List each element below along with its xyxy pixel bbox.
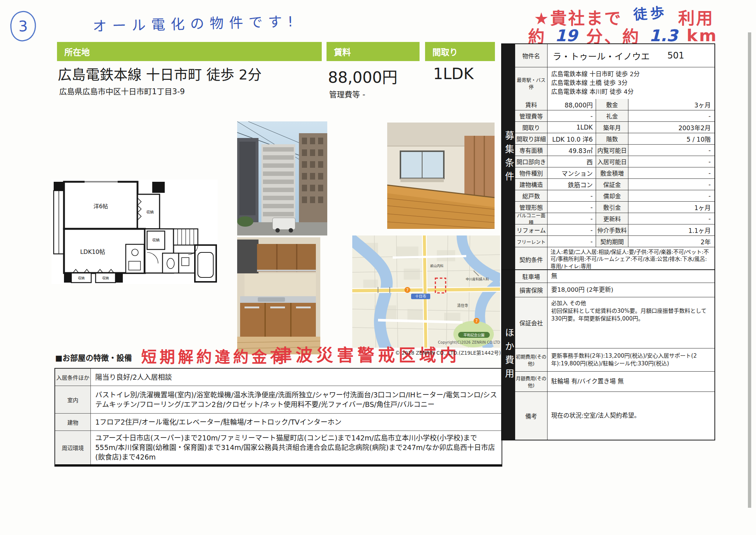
- handwritten-minutes: 19: [555, 26, 577, 45]
- floorplan-closet: 収納: [102, 276, 109, 280]
- management-fee: 管理費等 -: [329, 88, 365, 99]
- layout-header-bar: 間取り: [425, 42, 495, 61]
- page-number: 3: [18, 18, 28, 35]
- spec-value: マンション: [548, 167, 596, 178]
- spec-label: フリーレント: [515, 236, 548, 247]
- map-copyright: © 2018 ZENRIN CO., LTD.(Z19LE第1442号): [375, 349, 501, 356]
- spec-value: 49.83㎡: [548, 145, 596, 156]
- spec-value: 3ヶ月: [628, 99, 714, 110]
- spec-value: -: [628, 190, 714, 201]
- handwritten-note-all-electric: オール電化の物件です!: [92, 10, 299, 35]
- floorplan-room-western: 洋6帖: [93, 203, 108, 210]
- spec-label: 敷金積増: [596, 167, 628, 178]
- table-row: 室内バストイレ別/洗濯機置場(室内)/浴室乾燥機/温水洗浄便座/洗面所独立/シャ…: [55, 386, 502, 413]
- spec-value: -: [628, 156, 714, 167]
- spec-value: 要18,000円 (2年更新): [548, 283, 714, 297]
- tram-line-badge: 7: [406, 288, 409, 292]
- spec-label: 管理形態: [515, 202, 548, 213]
- spec-value: 鉄筋コン: [548, 179, 596, 190]
- table-row: 総戸数-償却金-: [515, 190, 714, 201]
- table-row: 管理費等-礼金-: [515, 110, 714, 121]
- table-row: 賃料88,000円敷金3ヶ月: [515, 99, 714, 110]
- spec-label: 内覧可能日: [596, 145, 628, 156]
- location-header-bar: 所在地: [57, 42, 322, 61]
- spec-value: -: [548, 213, 596, 224]
- spec-label: 総戸数: [515, 190, 548, 201]
- table-row: 保証会社必加入 その他 初回保証料として総賃料の30%要。月額口座振替手数料とし…: [515, 297, 714, 348]
- spec-value: -: [628, 110, 714, 121]
- spec-label: 開口部向き: [515, 156, 548, 167]
- spec-label: 敷引金: [596, 202, 628, 213]
- spec-label: 月額費用(その他): [515, 372, 548, 391]
- table-row: 最寄駅・バス停 広島電鉄本線 十日市町 徒歩 2分広島電鉄本線 土橋 徒歩 3分…: [515, 67, 714, 99]
- feature-label: 室内: [55, 386, 91, 413]
- table-row: 入居条件ほか陽当り良好/2人入居相談: [55, 369, 502, 386]
- table-row: 建物構造鉄筋コン保証金-: [515, 178, 714, 190]
- recruitment-conditions-table: 募集条件 物件名 ラ・トゥール・イノウエ 501 最寄駅・バス停 広島電鉄本線 …: [501, 43, 715, 272]
- map-label-hospital: 中川産科婦人科: [466, 277, 489, 281]
- section-band-label: ほか費用: [502, 328, 515, 382]
- spec-label: 契約期間: [596, 236, 628, 247]
- floorplan-closet: 収納: [152, 238, 160, 242]
- table-row: 物件種別マンション敷金積増-: [515, 167, 714, 178]
- spec-label: 初期費用(その他): [515, 348, 548, 371]
- spec-value: 1ヶ月: [628, 202, 714, 213]
- spec-value: -: [628, 213, 714, 224]
- table-row: 管理形態-敷引金1ヶ月: [515, 201, 714, 213]
- table-row: 初期費用(その他)更新事務手数料(2年):13,200円(税込)/安心入居サポー…: [515, 348, 714, 371]
- station-access-line: 広島電鉄本線 土橋 徒歩 3分: [551, 79, 714, 88]
- station-access-line: 広島電鉄本線 本川町 徒歩 4分: [551, 88, 714, 96]
- table-row: 損害保険要18,000円 (2年更新): [515, 283, 714, 297]
- spec-label: 備考: [515, 392, 548, 440]
- spec-label: 償却金: [596, 190, 628, 201]
- spec-value: 西: [548, 156, 596, 167]
- features-heading: ■お部屋の特徴・設備: [55, 352, 132, 363]
- spec-value: -: [548, 236, 596, 247]
- spec-value: 現在の状況:空室/法人契約希望。: [548, 392, 714, 440]
- rent-value: 88,000円: [328, 65, 397, 87]
- spec-label: 保証金: [596, 179, 628, 190]
- property-flyer-page: 3 オール電化の物件です! ★貴社まで 徒歩 利用 約 19 分、約 1.3 k…: [0, 0, 756, 535]
- spec-label: バルコニー面積: [515, 213, 548, 224]
- spec-value: 必加入 その他 初回保証料として総賃料の30%要。月額口座振替手数料として330…: [548, 297, 714, 348]
- map-label-temple: 清住寺: [457, 303, 468, 308]
- spec-value: -: [628, 167, 714, 178]
- map-label-park: 平和記念公園: [463, 333, 484, 337]
- spec-label: 入居可能日: [596, 156, 628, 167]
- property-name: ラ・トゥール・イノウエ: [553, 49, 650, 62]
- table-row: 備考現在の状況:空室/法人契約希望。: [515, 391, 714, 440]
- room-interior-photo: [387, 123, 495, 229]
- contract-conditions: 法人:希望/二人入居:相談/保証人:要/子供:不可/楽器:不可/ペット:不可/事…: [548, 247, 714, 272]
- spec-value: 5 / 10階: [628, 133, 714, 144]
- spec-label: 損害保険: [515, 283, 548, 297]
- spec-label: 礼金: [596, 110, 628, 121]
- section-band-recruitment: 募集条件: [502, 44, 515, 272]
- spec-label: 最寄駅・バス停: [515, 67, 548, 99]
- spec-label: 敷金: [596, 99, 628, 110]
- area-map-image: 7 7 十日市 清住寺 畝山内科 中川産科婦人科 平和記念公園: [352, 235, 500, 348]
- floorplan-closet: 収納: [78, 276, 85, 280]
- features-table: 入居条件ほか陽当り良好/2人入居相談室内バストイレ別/洗濯機置場(室内)/浴室乾…: [54, 368, 502, 467]
- spec-value: 2年: [628, 236, 714, 247]
- table-row: 開口部向き西入居可能日-: [515, 156, 714, 167]
- stamp-short-term-penalty: 短期解約違約金有: [141, 344, 288, 367]
- map-copyright-small: Copyright(C)2026 ZENRIN CO.LTD: [404, 340, 500, 344]
- property-unit-number: 501: [667, 50, 684, 61]
- map-label-tokaichi: 十日市: [415, 294, 426, 298]
- spec-value: 1LDK: [548, 122, 596, 133]
- layout-label: 間取り: [432, 45, 458, 58]
- scan-edge-artifact: [748, 32, 751, 508]
- spec-label: 物件種別: [515, 167, 548, 178]
- section-band-other-costs: ほか費用: [502, 270, 515, 440]
- table-row: 間取り1LDK築年月2003年2月: [515, 121, 714, 133]
- table-row: 間取り詳細LDK 10.0 洋6階数5 / 10階: [515, 133, 714, 144]
- table-row: 契約条件 法人:希望/二人入居:相談/保証人:要/子供:不可/楽器:不可/ペット…: [515, 247, 714, 272]
- spec-label: 間取り詳細: [515, 133, 548, 144]
- floorplan-image: 洋6帖 収納 LDK10帖 収納 収納 収納: [51, 180, 218, 284]
- spec-label: リフォーム: [515, 224, 548, 235]
- section-band-label: 募集条件: [502, 131, 515, 185]
- page-number-circle: 3: [9, 10, 38, 43]
- table-row: リフォーム-仲介手数料1.1ヶ月: [515, 224, 714, 235]
- feature-label: 周辺環境: [55, 431, 91, 464]
- spec-label: 階数: [596, 133, 628, 144]
